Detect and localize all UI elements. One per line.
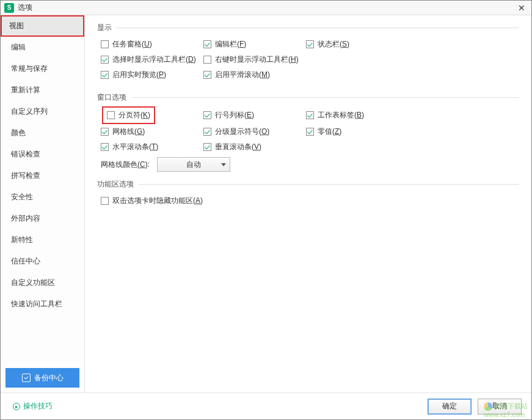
label-zerovalue[interactable]: 零值(Z) bbox=[318, 127, 341, 137]
sidebar-item-label: 颜色 bbox=[11, 128, 26, 137]
label-statusbar[interactable]: 状态栏(S) bbox=[318, 39, 349, 50]
sidebar-item-external[interactable]: 外部内容 bbox=[1, 208, 84, 229]
checkbox-editbar[interactable] bbox=[203, 40, 211, 48]
play-icon: ▸ bbox=[13, 403, 20, 410]
checkbox-zerovalue[interactable] bbox=[306, 128, 314, 136]
section-ribbon: 功能区选项 双击选项卡时隐藏功能区(A) bbox=[97, 179, 519, 211]
checkbox-rowcolheader[interactable] bbox=[203, 111, 211, 119]
sidebar-item-view[interactable]: 视图 bbox=[1, 15, 84, 37]
sidebar-item-label: 重新计算 bbox=[11, 86, 40, 94]
checkbox-pagebreak[interactable] bbox=[107, 111, 115, 119]
label-taskpane[interactable]: 任务窗格(U) bbox=[112, 39, 152, 50]
checkbox-sheettabs[interactable] bbox=[306, 111, 314, 119]
section-title: 功能区选项 bbox=[97, 179, 134, 190]
tips-label: 操作技巧 bbox=[23, 401, 53, 411]
label-select-toolbar[interactable]: 选择时显示浮动工具栏(D) bbox=[112, 54, 196, 65]
titlebar: S 选项 ✕ bbox=[1, 1, 531, 15]
label-hscroll[interactable]: 水平滚动条(T) bbox=[112, 142, 158, 152]
sidebar-item-color[interactable]: 颜色 bbox=[1, 122, 84, 144]
label-smoothscroll[interactable]: 启用平滑滚动(M) bbox=[215, 70, 270, 80]
gridcolor-dropdown[interactable]: 自动 bbox=[157, 157, 230, 172]
window-title: 选项 bbox=[18, 2, 516, 13]
divider bbox=[139, 184, 519, 185]
content-pane: 显示 任务窗格(U) 编辑栏(F) 状态栏(S) 选择时显示浮动工具栏(D) 右… bbox=[85, 15, 531, 392]
sidebar-item-trustcenter[interactable]: 信任中心 bbox=[1, 251, 84, 272]
section-window-options: 窗口选项 分页符(K) 行号列标(E) 工作表标签(B) 网格线(G) 分级显示… bbox=[97, 92, 519, 172]
sidebar-item-label: 视图 bbox=[9, 21, 24, 30]
sidebar-item-label: 错误检查 bbox=[11, 150, 40, 158]
highlight-pagebreak: 分页符(K) bbox=[102, 106, 155, 124]
sidebar-item-label: 快速访问工具栏 bbox=[11, 300, 62, 308]
close-icon[interactable]: ✕ bbox=[516, 2, 528, 14]
label-vscroll[interactable]: 垂直滚动条(V) bbox=[215, 142, 261, 152]
section-title: 窗口选项 bbox=[97, 92, 126, 103]
checkbox-dblclickhide[interactable] bbox=[101, 197, 109, 205]
footer: ▸ 操作技巧 确定 取消 极光下载站www.xz7.com bbox=[1, 392, 531, 419]
sidebar-item-newfeature[interactable]: 新特性 bbox=[1, 229, 84, 251]
checkbox-vscroll[interactable] bbox=[203, 143, 211, 151]
checkbox-select-toolbar[interactable] bbox=[101, 56, 109, 64]
gridcolor-label: 网格线颜色(C): bbox=[101, 160, 150, 170]
ok-button[interactable]: 确定 bbox=[428, 399, 472, 414]
label-editbar[interactable]: 编辑栏(F) bbox=[215, 39, 246, 50]
sidebar-item-spellcheck[interactable]: 拼写检查 bbox=[1, 165, 84, 186]
button-label: 确定 bbox=[442, 401, 457, 411]
sidebar-item-customlist[interactable]: 自定义序列 bbox=[1, 101, 84, 122]
sidebar-item-label: 自定义序列 bbox=[11, 107, 48, 116]
section-title: 显示 bbox=[97, 23, 112, 33]
sidebar-item-quickaccess[interactable]: 快速访问工具栏 bbox=[1, 293, 84, 315]
sidebar-item-general[interactable]: 常规与保存 bbox=[1, 58, 84, 79]
label-sheettabs[interactable]: 工作表标签(B) bbox=[318, 110, 364, 120]
button-label: 取消 bbox=[492, 401, 507, 411]
cancel-button[interactable]: 取消 bbox=[478, 399, 522, 414]
chevron-down-icon bbox=[221, 163, 226, 166]
options-dialog: S 选项 ✕ 视图 编辑 常规与保存 重新计算 自定义序列 颜色 错误检查 拼写… bbox=[0, 0, 532, 420]
label-gridlines[interactable]: 网格线(G) bbox=[112, 127, 145, 137]
sidebar-item-label: 信任中心 bbox=[11, 257, 40, 265]
sidebar-item-customribbon[interactable]: 自定义功能区 bbox=[1, 272, 84, 293]
label-rowcolheader[interactable]: 行号列标(E) bbox=[215, 110, 254, 120]
sidebar-item-edit[interactable]: 编辑 bbox=[1, 37, 84, 58]
backup-label: 备份中心 bbox=[34, 373, 64, 383]
checkbox-smoothscroll[interactable] bbox=[203, 71, 211, 79]
sidebar-item-label: 自定义功能区 bbox=[11, 278, 55, 287]
app-icon: S bbox=[4, 3, 14, 13]
sidebar-item-label: 拼写检查 bbox=[11, 171, 40, 180]
divider bbox=[117, 28, 519, 28]
sidebar: 视图 编辑 常规与保存 重新计算 自定义序列 颜色 错误检查 拼写检查 安全性 … bbox=[1, 15, 85, 392]
checkbox-statusbar[interactable] bbox=[306, 40, 314, 48]
sidebar-item-label: 新特性 bbox=[11, 235, 33, 244]
sidebar-items: 视图 编辑 常规与保存 重新计算 自定义序列 颜色 错误检查 拼写检查 安全性 … bbox=[1, 15, 84, 363]
sidebar-item-label: 常规与保存 bbox=[11, 64, 48, 73]
dialog-body: 视图 编辑 常规与保存 重新计算 自定义序列 颜色 错误检查 拼写检查 安全性 … bbox=[1, 15, 531, 392]
sidebar-item-security[interactable]: 安全性 bbox=[1, 186, 84, 208]
section-display: 显示 任务窗格(U) 编辑栏(F) 状态栏(S) 选择时显示浮动工具栏(D) 右… bbox=[97, 23, 519, 85]
label-livepreview[interactable]: 启用实时预览(P) bbox=[112, 70, 166, 80]
checkbox-outlinesymbol[interactable] bbox=[203, 128, 211, 136]
checkbox-hscroll[interactable] bbox=[101, 143, 109, 151]
sidebar-item-recalc[interactable]: 重新计算 bbox=[1, 79, 84, 101]
label-pagebreak[interactable]: 分页符(K) bbox=[118, 110, 150, 120]
divider bbox=[131, 97, 519, 98]
dropdown-value: 自动 bbox=[186, 160, 201, 170]
backup-icon bbox=[22, 374, 31, 382]
checkbox-livepreview[interactable] bbox=[101, 71, 109, 79]
sidebar-item-label: 外部内容 bbox=[11, 214, 40, 223]
sidebar-item-label: 安全性 bbox=[11, 193, 33, 201]
checkbox-taskpane[interactable] bbox=[101, 40, 109, 48]
sidebar-item-errorcheck[interactable]: 错误检查 bbox=[1, 144, 84, 165]
label-dblclickhide[interactable]: 双击选项卡时隐藏功能区(A) bbox=[112, 196, 203, 206]
label-outlinesymbol[interactable]: 分级显示符号(O) bbox=[215, 127, 269, 137]
label-rightclick-toolbar[interactable]: 右键时显示浮动工具栏(H) bbox=[215, 54, 299, 65]
sidebar-item-label: 编辑 bbox=[11, 43, 26, 51]
checkbox-rightclick-toolbar[interactable] bbox=[203, 56, 211, 64]
tips-link[interactable]: ▸ 操作技巧 bbox=[7, 396, 59, 416]
backup-center-button[interactable]: 备份中心 bbox=[5, 368, 79, 388]
checkbox-gridlines[interactable] bbox=[101, 128, 109, 136]
